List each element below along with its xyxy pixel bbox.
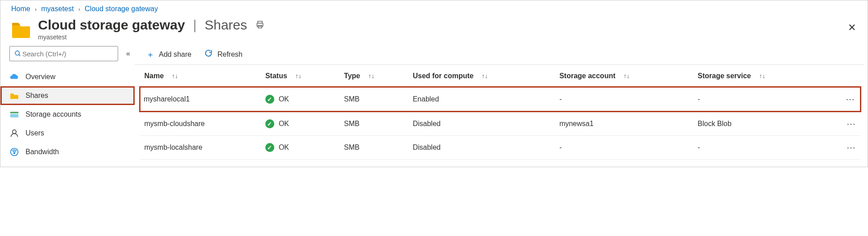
cell-type: SMB [340, 136, 408, 160]
svg-rect-6 [10, 114, 18, 117]
breadcrumb-resource[interactable]: myasetest [41, 5, 74, 13]
sidebar: « Overview Shares Storage accounts Users [0, 46, 135, 167]
bandwidth-icon [9, 147, 19, 157]
sort-icon: ↑↓ [481, 72, 488, 80]
sidebar-item-users[interactable]: Users [0, 124, 135, 143]
cell-service: - [693, 87, 826, 112]
folder-icon [11, 20, 31, 38]
table-row[interactable]: mysharelocal1 ✓OK SMB Enabled - - ⋯ [140, 87, 861, 112]
add-share-button[interactable]: ＋ Add share [146, 49, 191, 60]
cell-status: ✓OK [261, 136, 340, 160]
sort-icon: ↑↓ [624, 72, 630, 80]
svg-point-3 [15, 51, 19, 55]
col-compute[interactable]: Used for compute↑↓ [408, 65, 555, 87]
cell-name[interactable]: mysmb-cloudshare [140, 112, 261, 136]
table-row[interactable]: mysmb-cloudshare ✓OK SMB Disabled mynews… [140, 112, 861, 136]
sort-icon: ↑↓ [295, 72, 302, 80]
svg-rect-5 [10, 112, 18, 113]
cell-status: ✓OK [261, 87, 340, 112]
main-panel: ＋ Add share Refresh Name↑↓ Status↑↓ Type… [135, 46, 868, 167]
print-icon[interactable] [255, 20, 265, 30]
sort-icon: ↑↓ [368, 72, 374, 80]
cell-status: ✓OK [261, 112, 340, 136]
page-section: Shares [204, 17, 247, 33]
col-account[interactable]: Storage account↑↓ [555, 65, 693, 87]
toolbar: ＋ Add share Refresh [135, 46, 864, 65]
sidebar-item-label: Storage accounts [26, 110, 81, 118]
sidebar-item-label: Overview [26, 73, 55, 81]
more-icon[interactable]: ⋯ [827, 87, 861, 112]
sort-icon: ↑↓ [172, 72, 178, 80]
more-icon[interactable]: ⋯ [827, 112, 861, 136]
cell-name[interactable]: mysmb-localshare [140, 136, 261, 160]
cell-service: Block Blob [693, 112, 826, 136]
svg-line-4 [19, 55, 20, 56]
cell-compute: Disabled [408, 136, 555, 160]
sidebar-item-shares[interactable]: Shares [0, 86, 135, 105]
sidebar-item-label: Bandwidth [26, 148, 59, 156]
cell-service: - [693, 136, 826, 160]
page-title: Cloud storage gateway [38, 17, 185, 33]
cell-account: - [555, 136, 693, 160]
col-service[interactable]: Storage service↑↓ [693, 65, 826, 87]
col-status[interactable]: Status↑↓ [261, 65, 340, 87]
svg-point-7 [13, 130, 16, 134]
page-header: Cloud storage gateway | Shares myasetest… [0, 15, 868, 46]
storage-icon [9, 110, 19, 119]
cell-name[interactable]: mysharelocal1 [140, 87, 261, 112]
page-subtitle: myasetest [38, 34, 265, 41]
search-icon [14, 50, 21, 57]
sort-icon: ↑↓ [759, 72, 765, 80]
sidebar-item-label: Users [26, 129, 44, 137]
checkmark-icon: ✓ [265, 95, 274, 104]
chevron-right-icon: › [35, 6, 37, 13]
breadcrumb-home[interactable]: Home [11, 5, 30, 13]
more-icon[interactable]: ⋯ [827, 136, 861, 160]
col-type[interactable]: Type↑↓ [340, 65, 408, 87]
cell-account: mynewsa1 [555, 112, 693, 136]
folder-small-icon [9, 91, 19, 101]
breadcrumb-current[interactable]: Cloud storage gateway [85, 5, 158, 13]
table-row[interactable]: mysmb-localshare ✓OK SMB Disabled - - ⋯ [140, 136, 861, 160]
sidebar-item-label: Shares [26, 92, 48, 100]
sidebar-item-storage-accounts[interactable]: Storage accounts [0, 105, 135, 124]
sidebar-item-overview[interactable]: Overview [0, 67, 135, 86]
plus-icon: ＋ [146, 49, 154, 60]
user-icon [9, 128, 19, 138]
sidebar-item-bandwidth[interactable]: Bandwidth [0, 143, 135, 161]
shares-table: Name↑↓ Status↑↓ Type↑↓ Used for compute↑… [139, 65, 861, 160]
close-icon[interactable]: ✕ [848, 22, 856, 34]
collapse-icon[interactable]: « [126, 50, 130, 58]
search-input[interactable] [9, 46, 118, 61]
checkmark-icon: ✓ [265, 143, 274, 152]
search-field[interactable] [21, 50, 113, 58]
cell-account: - [555, 87, 693, 112]
col-name[interactable]: Name↑↓ [140, 65, 261, 87]
refresh-button[interactable]: Refresh [204, 49, 243, 60]
cloud-icon [9, 72, 19, 82]
breadcrumb: Home › myasetest › Cloud storage gateway [0, 0, 868, 15]
cell-compute: Disabled [408, 112, 555, 136]
checkmark-icon: ✓ [265, 119, 274, 128]
svg-point-9 [14, 152, 15, 154]
cell-type: SMB [340, 87, 408, 112]
chevron-right-icon: › [78, 6, 80, 13]
cell-compute: Enabled [408, 87, 555, 112]
cell-type: SMB [340, 112, 408, 136]
svg-point-8 [11, 148, 18, 156]
refresh-icon [204, 49, 213, 60]
